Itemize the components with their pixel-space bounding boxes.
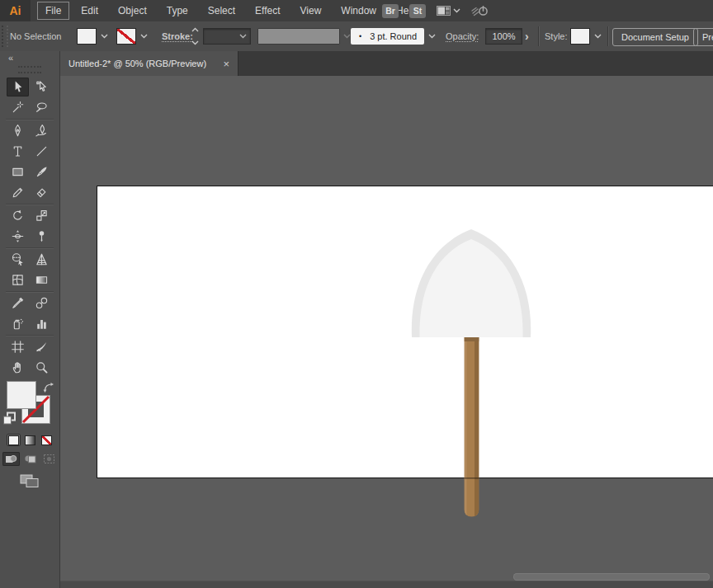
illustrator-window: Ai FileEditObjectTypeSelectEffectViewWin… — [0, 0, 713, 588]
panel-collapse-button[interactable]: « — [0, 51, 59, 64]
style-dropdown[interactable] — [591, 28, 605, 45]
panel-drag-grip[interactable] — [18, 66, 41, 73]
draw-behind-button[interactable] — [21, 452, 39, 466]
chevron-down-icon — [239, 34, 247, 39]
lasso-tool[interactable] — [31, 98, 53, 117]
selection-tool[interactable] — [7, 78, 29, 96]
draw-inside-button[interactable] — [40, 452, 58, 466]
paint-mode-row — [0, 434, 59, 446]
fill-color-swatch[interactable] — [77, 28, 97, 45]
shovel-handle[interactable] — [465, 337, 479, 517]
width-tool[interactable] — [7, 227, 29, 246]
draw-normal-button[interactable] — [2, 452, 20, 466]
separator — [607, 26, 608, 46]
stroke-width-stepper[interactable] — [190, 27, 200, 45]
width-profile-dropdown[interactable] — [257, 28, 340, 45]
document-tab[interactable]: Untitled-2* @ 50% (RGB/Preview) × — [60, 51, 238, 76]
chevron-down-icon — [453, 8, 460, 13]
menu-view[interactable]: View — [290, 0, 332, 21]
color-mode-button[interactable] — [7, 434, 21, 446]
stroke-color-dropdown[interactable] — [137, 28, 151, 45]
panel-grip[interactable] — [2, 26, 8, 47]
menu-object[interactable]: Object — [108, 0, 157, 21]
stock-button[interactable]: St — [409, 4, 426, 18]
rotate-tool[interactable] — [7, 206, 29, 225]
pencil-tool[interactable] — [7, 183, 29, 202]
separator — [538, 26, 539, 46]
tools-panel: « — [0, 51, 60, 588]
tool-group-separator — [6, 335, 54, 336]
tool-grid — [0, 77, 59, 378]
document-setup-button[interactable]: Document Setup — [612, 28, 698, 46]
artboard-tool[interactable] — [7, 337, 29, 356]
horizontal-scrollbar-thumb[interactable] — [513, 573, 710, 581]
shape-builder-tool[interactable] — [7, 250, 29, 269]
perspective-grid-tool[interactable] — [31, 250, 53, 269]
screen-mode-button[interactable] — [19, 473, 40, 489]
magic-wand-tool[interactable] — [7, 98, 29, 117]
gradient-tool[interactable] — [31, 270, 53, 289]
document-tab-bar: Untitled-2* @ 50% (RGB/Preview) × — [60, 51, 713, 76]
opacity-more-chevron[interactable]: › — [525, 21, 529, 51]
tool-group-separator — [6, 291, 54, 292]
eraser-tool[interactable] — [31, 183, 53, 202]
brush-definition-field[interactable]: • 3 pt. Round — [351, 28, 424, 45]
workspace-switcher-button[interactable] — [437, 6, 460, 16]
mesh-tool[interactable] — [7, 270, 29, 289]
bridge-button[interactable]: Br — [382, 4, 399, 18]
opacity-field[interactable]: 100% — [485, 28, 522, 45]
line-segment-tool[interactable] — [31, 142, 53, 161]
style-swatch[interactable] — [570, 28, 590, 45]
gpu-performance-icon[interactable] — [471, 4, 489, 17]
type-tool[interactable] — [7, 142, 29, 161]
menu-type[interactable]: Type — [157, 0, 198, 21]
blend-tool[interactable] — [31, 294, 53, 313]
puppet-warp-tool[interactable] — [31, 227, 53, 246]
gradient-mode-button[interactable] — [23, 434, 37, 446]
direct-selection-tool[interactable] — [31, 78, 53, 96]
menu-items: FileEditObjectTypeSelectEffectViewWindow… — [35, 0, 427, 21]
opacity-panel-link[interactable]: Opacity: — [446, 21, 479, 51]
curvature-tool[interactable] — [31, 121, 53, 140]
symbol-sprayer-tool[interactable] — [7, 314, 29, 333]
stroke-panel-link[interactable]: Stroke: — [162, 21, 193, 51]
menu-window[interactable]: Window — [331, 0, 386, 21]
none-mode-button[interactable] — [40, 434, 54, 446]
tool-group-separator — [6, 119, 54, 120]
stroke-width-combo[interactable] — [203, 28, 251, 45]
fill-stroke-indicator — [0, 381, 59, 429]
paintbrush-tool[interactable] — [31, 162, 53, 181]
brush-dropdown[interactable] — [425, 28, 439, 45]
swap-fill-stroke-icon[interactable] — [43, 382, 54, 393]
menu-select[interactable]: Select — [198, 0, 245, 21]
menu-edit[interactable]: Edit — [71, 0, 108, 21]
stroke-color-swatch[interactable] — [116, 28, 136, 45]
shovel-artwork[interactable] — [412, 229, 531, 517]
pen-tool[interactable] — [7, 121, 29, 140]
tool-group-separator — [6, 247, 54, 248]
app-logo: Ai — [0, 0, 31, 21]
brush-value: 3 pt. Round — [370, 31, 417, 41]
canvas-area[interactable] — [60, 76, 713, 588]
menu-bar: Ai FileEditObjectTypeSelectEffectViewWin… — [0, 0, 713, 22]
zoom-tool[interactable] — [31, 358, 53, 377]
eyedropper-tool[interactable] — [7, 294, 29, 313]
menu-effect[interactable]: Effect — [245, 0, 290, 21]
fill-color-dropdown[interactable] — [97, 28, 111, 45]
default-fill-stroke-icon[interactable] — [2, 412, 17, 426]
rectangle-tool[interactable] — [7, 162, 29, 181]
style-label: Style: — [545, 21, 568, 51]
column-graph-tool[interactable] — [31, 314, 53, 333]
drawing-mode-row — [0, 452, 59, 466]
tab-close-icon[interactable]: × — [223, 59, 229, 69]
hand-tool[interactable] — [7, 358, 29, 377]
slice-tool[interactable] — [31, 337, 53, 356]
fill-proxy-swatch[interactable] — [7, 381, 36, 409]
tool-group-separator — [6, 204, 54, 205]
workspace-icon — [437, 6, 451, 16]
preferences-button[interactable]: Pref — [693, 28, 713, 46]
menu-file[interactable]: File — [35, 0, 71, 21]
horizontal-scrollbar-track[interactable] — [60, 581, 713, 588]
control-bar: No Selection Stroke: • 3 pt. Round — [0, 21, 713, 52]
scale-tool[interactable] — [31, 206, 53, 225]
